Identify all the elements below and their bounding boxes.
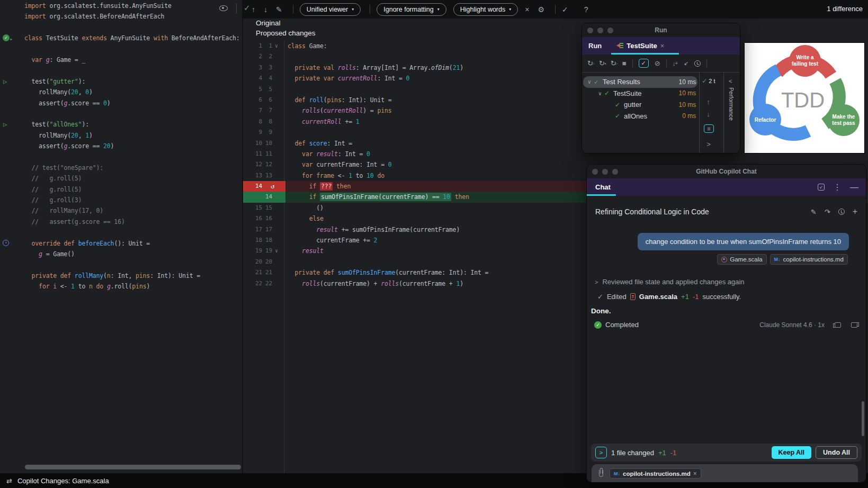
chevron-down-icon: ▾ (509, 7, 511, 12)
more-options-icon[interactable]: ⋮ (833, 182, 842, 192)
code-line: import org.scalatest.funsuite.AnyFunSuit… (24, 1, 242, 11)
previous-test-icon[interactable]: ↑ (706, 98, 710, 106)
help-icon[interactable]: ? (584, 5, 588, 14)
deletions-count: -1 (693, 293, 699, 301)
done-text: Done. (591, 307, 611, 315)
passed-count: ✓2 t (702, 77, 724, 85)
tab-testsuite[interactable]: TestSuite × (616, 42, 664, 50)
run-tabstrip: Run TestSuite × (582, 37, 740, 55)
test-suite-code[interactable]: import org.scalatest.funsuite.AnyFunSuit… (24, 1, 242, 292)
chip-game-scala[interactable]: Game.scala (717, 254, 766, 265)
minimize-icon[interactable]: — (850, 183, 858, 192)
attach-icon[interactable] (599, 470, 603, 477)
difference-count: 1 difference (827, 5, 863, 13)
expand-icon[interactable]: > (706, 140, 711, 148)
test-name: Test Results (603, 78, 640, 86)
chat-body: Refining Conditional Logic in Code ✎ ↷ +… (587, 196, 866, 483)
play-overlay-icon: ▷ (592, 60, 595, 67)
copilot-chat-window[interactable]: GitHub Copilot Chat Chat ↙ ⋮ — Refining … (586, 164, 866, 483)
new-chat-icon[interactable]: + (853, 207, 857, 216)
gear-icon[interactable]: ⚙ (538, 5, 544, 14)
undo-all-button[interactable]: Undo All (816, 446, 857, 459)
chat-titlebar[interactable]: GitHub Copilot Chat (587, 165, 866, 178)
test-tree-row[interactable]: ∨✓Test Results10 ms (582, 76, 699, 88)
test-passed-icon: ✓ (615, 101, 624, 109)
expand-changes-icon[interactable]: > (595, 447, 607, 458)
sort-tests-icon[interactable]: ↓≡ (673, 60, 678, 67)
fold-chevron-icon[interactable]: ∨ (275, 41, 278, 51)
test-tree-row[interactable]: ✓gutter10 ms (582, 99, 699, 111)
edit-icon[interactable]: ✎ (276, 5, 282, 14)
test-options-icon[interactable]: ≡ (704, 124, 713, 133)
override-icon[interactable]: ↑ (3, 240, 9, 246)
tab-chat[interactable]: Chat (595, 183, 611, 191)
thumbs-down-icon[interactable] (851, 322, 857, 328)
code-line: // g.roll(3) (24, 195, 242, 205)
rerun-icon[interactable]: ↻▷ (587, 60, 593, 67)
collapse-icon[interactable]: < (729, 78, 732, 84)
test-passed-icon: ✓ (615, 112, 624, 120)
next-test-icon[interactable]: ↓ (706, 110, 710, 118)
navigate-to-icon[interactable]: ↙ (684, 60, 688, 67)
revert-change-icon[interactable]: ↺ (271, 181, 274, 192)
run-titlebar[interactable]: Run (582, 23, 740, 37)
chat-input[interactable]: M↓ copilot-instructions.md × Add context… (592, 464, 858, 483)
test-name: allOnes (624, 112, 647, 120)
chip-label: Game.scala (730, 256, 762, 263)
ignored-tests-icon[interactable]: ⊘ (655, 60, 660, 67)
edit-thread-icon[interactable]: ✎ (811, 208, 817, 216)
stop-icon[interactable]: ■ (622, 60, 627, 67)
thumbs-up-icon[interactable] (835, 322, 841, 328)
test-tree-row[interactable]: ∨✓TestSuite10 ms (582, 88, 699, 100)
close-icon[interactable]: × (525, 5, 529, 14)
accept-check-icon[interactable]: ✓ (244, 3, 250, 13)
test-suite-editor[interactable]: ✓▷▷↑ import org.scalatest.funsuite.AnyFu… (0, 0, 242, 473)
chevron-down-icon[interactable]: ∨ (585, 79, 594, 85)
original-label: Original (256, 19, 281, 27)
previous-change-icon[interactable]: ↑ (252, 5, 255, 14)
redo-icon[interactable]: ↷ (825, 208, 830, 216)
edited-file-row: ✓ Edited Game.scala +1 -1 successfully. (597, 293, 741, 301)
remove-attachment-icon[interactable]: × (693, 470, 697, 477)
history-clock-icon[interactable] (838, 209, 845, 215)
ch''evron-right-icon[interactable]: > (595, 279, 598, 285)
vertical-scrollbar[interactable] (862, 401, 864, 436)
agent-step-row[interactable]: > Reviewed file state and applied change… (595, 278, 745, 286)
fold-chevron-icon[interactable]: ∨ (275, 246, 278, 256)
test-tree-row[interactable]: ✓allOnes0 ms (582, 111, 699, 122)
eye-icon[interactable] (219, 5, 228, 11)
edited-file-name[interactable]: Game.scala (639, 293, 677, 301)
next-change-icon[interactable]: ↓ (264, 5, 267, 14)
test-side-toolbar: ✓2 t ↑ ↓ ≡ > (700, 73, 724, 153)
history-clock-icon[interactable] (694, 60, 701, 67)
test-duration: 0 ms (682, 112, 696, 120)
run-test-icon[interactable]: ▷ (3, 78, 7, 85)
horizontal-scrollbar[interactable] (25, 465, 241, 469)
show-passed-toggle[interactable]: ✓ (639, 59, 649, 68)
close-tab-icon[interactable]: × (660, 42, 665, 50)
chevron-down-icon[interactable]: ∨ (596, 91, 604, 96)
rerun-failed-icon[interactable]: ↻▷ (611, 60, 616, 67)
dock-window-icon[interactable]: ↙ (818, 184, 825, 191)
test-duration: 10 ms (679, 101, 696, 109)
code-line (24, 44, 242, 55)
additions-count: +1 (658, 449, 666, 457)
run-class-icon[interactable]: ✓ (3, 34, 10, 41)
rerun-stopped-icon[interactable]: ↻● (599, 60, 605, 67)
keep-all-button[interactable]: Keep All (772, 446, 812, 459)
tab-performance[interactable]: Performance (728, 87, 735, 121)
attachment-chip[interactable]: M↓ copilot-instructions.md × (610, 468, 701, 478)
code-line: assert(g.score == 0) (24, 98, 242, 109)
apply-check-icon[interactable]: ✓ (562, 5, 568, 14)
run-window[interactable]: Run Run TestSuite × ↻▷ ↻● ↻▷ ■ ✓ ⊘ ↓≡ ↙ (581, 23, 740, 153)
scala-file-icon (721, 257, 727, 263)
completed-check-icon: ✓ (594, 321, 602, 329)
viewer-mode-dropdown[interactable]: Unified viewer ▾ (300, 3, 361, 16)
formatting-dropdown[interactable]: Ignore formatting ▾ (377, 3, 446, 16)
window-title: GitHub Copilot Chat (587, 168, 866, 175)
editor-gutter: ✓▷▷↑ (0, 1, 23, 473)
highlight-dropdown[interactable]: Highlight words ▾ (453, 3, 518, 16)
chevron-down-icon: ▾ (437, 7, 440, 12)
chip-copilot-instructions[interactable]: M↓ copilot-instructions.md (770, 254, 848, 265)
run-test-icon[interactable]: ▷ (3, 121, 7, 128)
